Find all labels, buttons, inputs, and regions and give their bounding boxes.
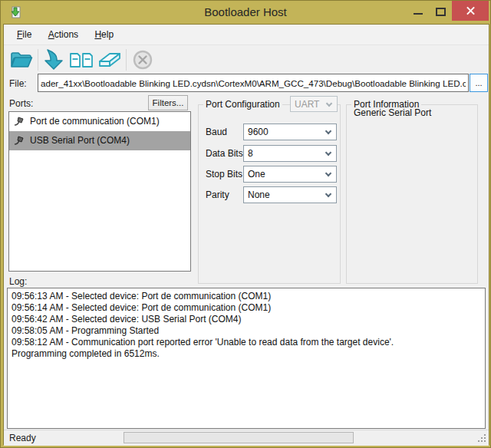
toolbar-separator xyxy=(38,49,38,71)
maximize-button[interactable] xyxy=(430,1,450,21)
log-line: Programming completed in 6512ms. xyxy=(12,348,481,360)
minimize-button[interactable] xyxy=(407,1,429,21)
log-label: Log: xyxy=(9,276,27,287)
log-output[interactable]: 09:56:13 AM - Selected device: Port de c… xyxy=(7,288,486,429)
ports-label: Ports: xyxy=(9,98,33,109)
chevron-down-icon xyxy=(325,191,331,197)
chevron-down-icon xyxy=(325,170,331,176)
erase-eraser-icon xyxy=(97,50,123,70)
menu-actions[interactable]: Actions xyxy=(41,25,85,44)
log-line: 09:56:13 AM - Selected device: Port de c… xyxy=(12,291,481,302)
serial-port-icon xyxy=(13,115,25,127)
erase-button[interactable] xyxy=(96,48,124,72)
open-file-button[interactable] xyxy=(8,48,35,72)
statusbar: Ready xyxy=(4,430,489,446)
data-bits-select[interactable]: 8 xyxy=(243,145,337,162)
baud-select[interactable]: 9600 xyxy=(243,124,337,140)
abort-stop-icon xyxy=(132,49,153,71)
baud-label: Baud xyxy=(206,127,246,137)
progress-bar xyxy=(124,432,354,443)
toolbar xyxy=(4,46,489,74)
minimize-icon xyxy=(414,13,423,15)
chevron-down-icon xyxy=(326,100,332,107)
serial-port-icon xyxy=(13,134,25,147)
log-line: 09:58:12 AM - Communication port reporte… xyxy=(12,337,481,348)
verify-documents-icon xyxy=(68,49,96,71)
log-line: 09:58:05 AM - Programming Started xyxy=(12,325,481,337)
menubar: File Actions Help xyxy=(4,25,489,45)
menu-file[interactable]: File xyxy=(10,25,38,44)
ports-list: Port de communication (COM1) USB Serial … xyxy=(8,111,191,272)
titlebar[interactable]: Bootloader Host xyxy=(1,1,490,24)
port-type-select[interactable]: UART xyxy=(290,96,338,112)
toolbar-separator xyxy=(126,49,127,71)
verify-button[interactable] xyxy=(68,48,96,72)
port-configuration-group: Port Configuration UART Baud 9600 Data B… xyxy=(198,104,341,284)
file-label: File: xyxy=(9,78,27,89)
port-information-text: Generic Serial Port xyxy=(354,107,431,118)
file-path-input[interactable] xyxy=(38,74,469,92)
parity-label: Parity xyxy=(206,189,246,200)
abort-button[interactable] xyxy=(129,48,157,72)
menu-help[interactable]: Help xyxy=(87,25,120,44)
parity-select[interactable]: None xyxy=(243,186,337,203)
chevron-down-icon xyxy=(325,128,331,134)
data-bits-label: Data Bits xyxy=(206,148,246,159)
chevron-down-icon xyxy=(325,150,331,156)
client-area: File Actions Help xyxy=(3,24,489,445)
open-file-folder-icon xyxy=(9,49,34,71)
log-line: 09:56:14 AM - Selected device: Port de c… xyxy=(12,302,481,314)
program-button[interactable] xyxy=(41,48,68,72)
app-window: Bootloader Host File Actions Help xyxy=(0,0,491,448)
program-download-arrow-icon xyxy=(43,49,66,71)
log-line: 09:56:42 AM - Selected device: USB Seria… xyxy=(12,314,481,325)
status-text: Ready xyxy=(9,433,36,443)
close-button[interactable] xyxy=(452,1,489,21)
port-configuration-title: Port Configuration xyxy=(203,99,282,110)
stop-bits-label: Stop Bits xyxy=(206,169,246,180)
browse-button[interactable]: ... xyxy=(470,74,488,92)
port-information-group: Port Information Generic Serial Port xyxy=(346,104,478,284)
maximize-icon xyxy=(436,8,446,16)
port-list-item[interactable]: Port de communication (COM1) xyxy=(9,112,190,131)
port-list-item-selected[interactable]: USB Serial Port (COM4) xyxy=(9,131,190,150)
resize-grip-icon[interactable] xyxy=(477,434,486,443)
filters-button[interactable]: Filters... xyxy=(148,95,188,110)
stop-bits-select[interactable]: One xyxy=(243,166,337,183)
